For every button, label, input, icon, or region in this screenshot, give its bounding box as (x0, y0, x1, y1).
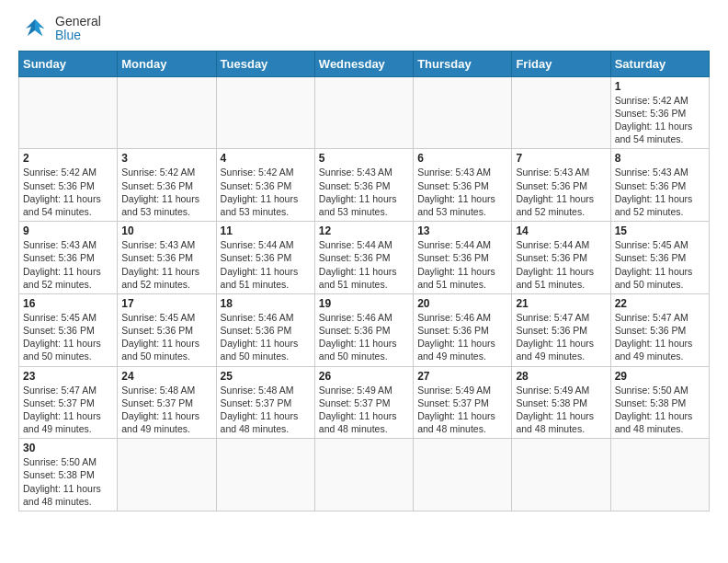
day-info: Sunrise: 5:46 AM Sunset: 5:36 PM Dayligh… (417, 311, 507, 363)
day-number: 7 (516, 152, 606, 165)
day-cell: 7Sunrise: 5:43 AM Sunset: 5:36 PM Daylig… (512, 149, 610, 222)
day-number: 5 (319, 152, 409, 165)
day-info: Sunrise: 5:47 AM Sunset: 5:36 PM Dayligh… (516, 311, 606, 363)
day-number: 14 (516, 224, 606, 237)
day-info: Sunrise: 5:43 AM Sunset: 5:36 PM Dayligh… (615, 166, 705, 218)
weekday-header-saturday: Saturday (610, 51, 709, 76)
week-row-4: 16Sunrise: 5:45 AM Sunset: 5:36 PM Dayli… (19, 293, 710, 366)
day-info: Sunrise: 5:42 AM Sunset: 5:36 PM Dayligh… (23, 166, 113, 218)
week-row-2: 2Sunrise: 5:42 AM Sunset: 5:36 PM Daylig… (19, 149, 710, 222)
week-row-3: 9Sunrise: 5:43 AM Sunset: 5:36 PM Daylig… (19, 222, 710, 294)
day-number: 25 (221, 370, 311, 383)
day-info: Sunrise: 5:46 AM Sunset: 5:36 PM Dayligh… (221, 311, 311, 363)
day-info: Sunrise: 5:43 AM Sunset: 5:36 PM Dayligh… (516, 166, 606, 218)
svg-marker-1 (35, 19, 44, 36)
day-cell (118, 439, 216, 511)
day-info: Sunrise: 5:44 AM Sunset: 5:36 PM Dayligh… (417, 238, 507, 291)
day-cell: 2Sunrise: 5:42 AM Sunset: 5:36 PM Daylig… (19, 149, 118, 222)
day-info: Sunrise: 5:44 AM Sunset: 5:36 PM Dayligh… (516, 238, 606, 291)
day-cell (610, 439, 709, 511)
day-number: 27 (417, 370, 507, 383)
day-number: 29 (615, 370, 705, 383)
day-cell: 15Sunrise: 5:45 AM Sunset: 5:36 PM Dayli… (610, 222, 709, 294)
day-cell: 17Sunrise: 5:45 AM Sunset: 5:36 PM Dayli… (118, 293, 216, 366)
week-row-6: 30Sunrise: 5:50 AM Sunset: 5:38 PM Dayli… (19, 439, 710, 511)
day-number: 10 (121, 224, 211, 237)
logo-icon (18, 16, 51, 41)
day-info: Sunrise: 5:46 AM Sunset: 5:36 PM Dayligh… (319, 311, 409, 363)
weekday-header-tuesday: Tuesday (216, 51, 314, 76)
logo: General Blue (18, 15, 101, 43)
day-info: Sunrise: 5:45 AM Sunset: 5:36 PM Dayligh… (121, 311, 211, 363)
day-info: Sunrise: 5:42 AM Sunset: 5:36 PM Dayligh… (615, 94, 705, 146)
day-cell: 24Sunrise: 5:48 AM Sunset: 5:37 PM Dayli… (118, 366, 216, 439)
day-cell: 26Sunrise: 5:49 AM Sunset: 5:37 PM Dayli… (314, 366, 413, 439)
day-number: 13 (417, 224, 507, 237)
day-cell (512, 76, 610, 149)
day-cell (512, 439, 610, 511)
calendar: SundayMondayTuesdayWednesdayThursdayFrid… (18, 51, 710, 511)
week-row-1: 1Sunrise: 5:42 AM Sunset: 5:36 PM Daylig… (19, 76, 710, 149)
day-number: 24 (121, 370, 211, 383)
day-cell: 5Sunrise: 5:43 AM Sunset: 5:36 PM Daylig… (314, 149, 413, 222)
day-cell: 13Sunrise: 5:44 AM Sunset: 5:36 PM Dayli… (414, 222, 512, 294)
weekday-header-row: SundayMondayTuesdayWednesdayThursdayFrid… (19, 51, 710, 76)
day-info: Sunrise: 5:43 AM Sunset: 5:36 PM Dayligh… (23, 238, 113, 291)
day-number: 2 (23, 152, 113, 165)
day-cell (414, 439, 512, 511)
day-cell (19, 76, 118, 149)
day-info: Sunrise: 5:50 AM Sunset: 5:38 PM Dayligh… (615, 384, 705, 436)
day-number: 28 (516, 370, 606, 383)
day-info: Sunrise: 5:49 AM Sunset: 5:37 PM Dayligh… (417, 384, 507, 436)
day-cell: 3Sunrise: 5:42 AM Sunset: 5:36 PM Daylig… (118, 149, 216, 222)
day-info: Sunrise: 5:45 AM Sunset: 5:36 PM Dayligh… (615, 238, 705, 291)
day-cell (314, 76, 413, 149)
day-cell: 16Sunrise: 5:45 AM Sunset: 5:36 PM Dayli… (19, 293, 118, 366)
day-number: 15 (615, 224, 705, 237)
day-number: 30 (23, 442, 113, 454)
day-cell: 21Sunrise: 5:47 AM Sunset: 5:36 PM Dayli… (512, 293, 610, 366)
day-number: 16 (23, 297, 113, 310)
weekday-header-thursday: Thursday (414, 51, 512, 76)
day-number: 1 (615, 80, 705, 93)
day-info: Sunrise: 5:49 AM Sunset: 5:37 PM Dayligh… (319, 384, 409, 436)
day-cell: 19Sunrise: 5:46 AM Sunset: 5:36 PM Dayli… (314, 293, 413, 366)
day-info: Sunrise: 5:47 AM Sunset: 5:36 PM Dayligh… (615, 311, 705, 363)
day-cell: 8Sunrise: 5:43 AM Sunset: 5:36 PM Daylig… (610, 149, 709, 222)
weekday-header-wednesday: Wednesday (314, 51, 413, 76)
day-number: 18 (221, 297, 311, 310)
logo-text: General Blue (55, 15, 101, 43)
day-cell: 1Sunrise: 5:42 AM Sunset: 5:36 PM Daylig… (610, 76, 709, 149)
day-number: 20 (417, 297, 507, 310)
day-cell: 30Sunrise: 5:50 AM Sunset: 5:38 PM Dayli… (19, 439, 118, 511)
day-info: Sunrise: 5:48 AM Sunset: 5:37 PM Dayligh… (221, 384, 311, 436)
day-cell: 12Sunrise: 5:44 AM Sunset: 5:36 PM Dayli… (314, 222, 413, 294)
day-cell (118, 76, 216, 149)
day-number: 9 (23, 224, 113, 237)
day-cell: 18Sunrise: 5:46 AM Sunset: 5:36 PM Dayli… (216, 293, 314, 366)
day-info: Sunrise: 5:50 AM Sunset: 5:38 PM Dayligh… (23, 455, 113, 508)
day-info: Sunrise: 5:42 AM Sunset: 5:36 PM Dayligh… (121, 166, 211, 218)
day-cell (216, 439, 314, 511)
week-row-5: 23Sunrise: 5:47 AM Sunset: 5:37 PM Dayli… (19, 366, 710, 439)
day-cell (414, 76, 512, 149)
day-info: Sunrise: 5:47 AM Sunset: 5:37 PM Dayligh… (23, 384, 113, 436)
day-number: 3 (121, 152, 211, 165)
day-number: 8 (615, 152, 705, 165)
day-number: 26 (319, 370, 409, 383)
day-info: Sunrise: 5:43 AM Sunset: 5:36 PM Dayligh… (319, 166, 409, 218)
weekday-header-friday: Friday (512, 51, 610, 76)
day-cell (314, 439, 413, 511)
day-cell: 4Sunrise: 5:42 AM Sunset: 5:36 PM Daylig… (216, 149, 314, 222)
day-number: 22 (615, 297, 705, 310)
day-info: Sunrise: 5:43 AM Sunset: 5:36 PM Dayligh… (121, 238, 211, 291)
day-cell (216, 76, 314, 149)
day-cell: 20Sunrise: 5:46 AM Sunset: 5:36 PM Dayli… (414, 293, 512, 366)
day-cell: 11Sunrise: 5:44 AM Sunset: 5:36 PM Dayli… (216, 222, 314, 294)
day-info: Sunrise: 5:44 AM Sunset: 5:36 PM Dayligh… (319, 238, 409, 291)
day-cell: 6Sunrise: 5:43 AM Sunset: 5:36 PM Daylig… (414, 149, 512, 222)
day-cell: 23Sunrise: 5:47 AM Sunset: 5:37 PM Dayli… (19, 366, 118, 439)
day-number: 17 (121, 297, 211, 310)
day-cell: 28Sunrise: 5:49 AM Sunset: 5:38 PM Dayli… (512, 366, 610, 439)
day-cell: 27Sunrise: 5:49 AM Sunset: 5:37 PM Dayli… (414, 366, 512, 439)
